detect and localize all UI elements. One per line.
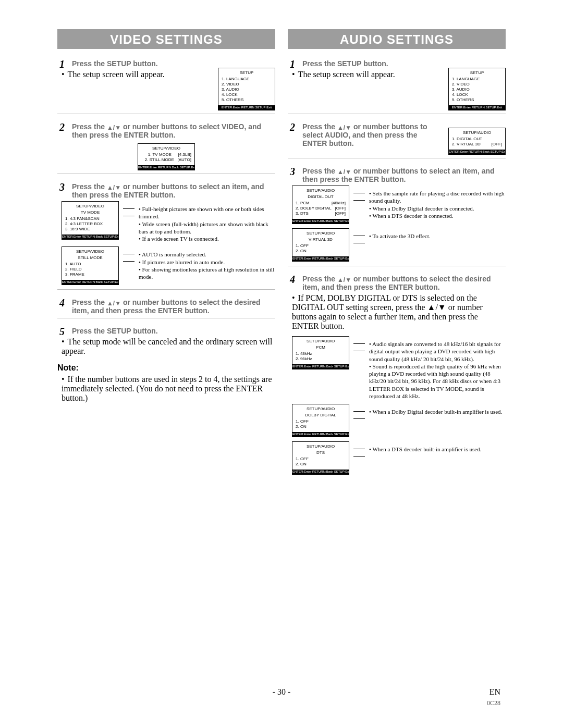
step-head: Press the ▲/▼ or number buttons to selec… — [302, 272, 506, 291]
step-number: 2 — [290, 121, 300, 133]
pcm-diagram: SETUP/AUDIO PCM 1. 48kHz 2. 96kHz ENTER:… — [292, 336, 506, 400]
page-language: EN — [489, 687, 500, 697]
up-down-arrow-icon: ▲/▼ — [337, 124, 351, 131]
step-head: Press the ▲/▼ or number buttons to selec… — [72, 119, 275, 139]
osd-tv-mode: SETUP/VIDEO TV MODE 1. 4:3 PAN&SCAN 2. 4… — [62, 201, 119, 240]
step-number: 4 — [290, 274, 300, 286]
step-number: 1 — [290, 58, 300, 70]
video-step-5: 5 Press the SETUP button. The setup mode… — [57, 324, 275, 356]
step-body: The setup screen will appear. — [292, 70, 443, 79]
dts-descriptions: When a DTS decoder built-in amplifier is… — [369, 441, 506, 453]
virtual-3d-diagram: SETUP/AUDIO VIRTUAL 3D 1. OFF 2. ON ENTE… — [292, 228, 506, 262]
step-number: 5 — [59, 326, 70, 338]
dts-diagram: SETUP/AUDIO DTS 1. OFF 2. ON ENTER:Enter… — [292, 441, 506, 475]
step-number: 1 — [59, 58, 70, 70]
page-number: - 30 - — [0, 687, 563, 697]
audio-settings-column: AUDIO SETTINGS 1 Press the SETUP button.… — [288, 29, 506, 480]
osd-setup: SETUP 1. LANGUAGE 2. VIDEO 3. AUDIO 4. L… — [218, 68, 275, 110]
osd-digital-out: SETUP/AUDIO DIGITAL OUT 1. PCM[48kHz] 2.… — [292, 186, 349, 224]
step-body: The setup screen will appear. — [62, 70, 213, 79]
up-down-arrow-icon: ▲/▼ — [107, 124, 121, 131]
step-head: Press the ▲/▼ or number buttons to selec… — [72, 295, 275, 315]
step-number: 3 — [290, 166, 300, 178]
audio-title: AUDIO SETTINGS — [288, 29, 506, 49]
dolby-diagram: SETUP/AUDIO DOLBY DIGITAL 1. OFF 2. ON E… — [292, 404, 506, 437]
step-number: 3 — [59, 181, 70, 193]
still-mode-descriptions: AUTO is normally selected. If pictures a… — [139, 246, 275, 280]
step-head: Press the ▲/▼ or number buttons to selec… — [72, 179, 275, 199]
video-step-3: 3 Press the ▲/▼ or number buttons to sel… — [57, 179, 275, 290]
osd-dts: SETUP/AUDIO DTS 1. OFF 2. ON ENTER:Enter… — [292, 441, 349, 475]
up-down-arrow-icon: ▲/▼ — [107, 300, 121, 307]
page-code: 0C28 — [487, 699, 500, 707]
digital-out-diagram: SETUP/AUDIO DIGITAL OUT 1. PCM[48kHz] 2.… — [292, 186, 506, 224]
video-settings-column: VIDEO SETTINGS 1 Press the SETUP button.… — [57, 29, 275, 480]
step-number: 4 — [59, 297, 70, 309]
audio-step-2: 2 Press the ▲/▼ or number buttons to sel… — [288, 119, 506, 158]
osd-dolby: SETUP/AUDIO DOLBY DIGITAL 1. OFF 2. ON E… — [292, 404, 349, 437]
up-down-arrow-icon: ▲/▼ — [337, 168, 351, 176]
tv-mode-diagram: SETUP/VIDEO TV MODE 1. 4:3 PAN&SCAN 2. 4… — [62, 201, 275, 242]
still-mode-diagram: SETUP/VIDEO STILL MODE 1. AUTO 2. FIELD … — [62, 246, 275, 285]
digital-out-descriptions: Sets the sample rate for playing a disc … — [369, 186, 506, 219]
step-head: Press the ▲/▼ or number buttons to selec… — [302, 164, 506, 183]
step-body: If PCM, DOLBY DIGITAL or DTS is selected… — [292, 293, 506, 331]
step-head: Press the SETUP button. — [72, 56, 275, 68]
note-body: If the number buttons are used in steps … — [62, 375, 275, 403]
osd-pcm: SETUP/AUDIO PCM 1. 48kHz 2. 96kHz ENTER:… — [292, 336, 349, 369]
tv-mode-descriptions: Full-height pictures are shown with one … — [139, 201, 275, 242]
step-number: 2 — [59, 121, 70, 133]
pcm-descriptions: Audio signals are converted to 48 kHz/16… — [369, 336, 506, 400]
note-heading: Note: — [57, 363, 275, 373]
manual-page: VIDEO SETTINGS 1 Press the SETUP button.… — [0, 0, 563, 728]
osd-setup-audio: SETUP/AUDIO 1. DIGITAL OUT 2. VIRTUAL 3D… — [448, 128, 506, 155]
video-step-2: 2 Press the ▲/▼ or number buttons to sel… — [57, 119, 275, 174]
audio-step-4: 4 Press the ▲/▼ or number buttons to sel… — [288, 272, 506, 475]
virtual-3d-descriptions: To activate the 3D effect. — [369, 228, 506, 240]
up-down-arrow-icon: ▲/▼ — [337, 276, 351, 283]
video-step-4: 4 Press the ▲/▼ or number buttons to sel… — [57, 295, 275, 318]
step-body: The setup mode will be canceled and the … — [62, 337, 275, 356]
audio-step-1: 1 Press the SETUP button. The setup scre… — [288, 56, 506, 114]
osd-setup-video: SETUP/VIDEO 1. TV MODE[4:3LB] 2. STILL M… — [138, 143, 195, 170]
video-step-1: 1 Press the SETUP button. The setup scre… — [57, 56, 275, 114]
audio-step-3: 3 Press the ▲/▼ or number buttons to sel… — [288, 164, 506, 266]
step-head: Press the SETUP button. — [72, 324, 275, 335]
osd-still-mode: SETUP/VIDEO STILL MODE 1. AUTO 2. FIELD … — [62, 246, 119, 285]
osd-virtual-3d: SETUP/AUDIO VIRTUAL 3D 1. OFF 2. ON ENTE… — [292, 228, 349, 262]
dolby-descriptions: When a Dolby Digital decoder built-in am… — [369, 404, 506, 415]
step-head: Press the SETUP button. — [302, 56, 506, 68]
osd-setup: SETUP 1. LANGUAGE 2. VIDEO 3. AUDIO 4. L… — [448, 68, 506, 110]
video-title: VIDEO SETTINGS — [57, 29, 275, 49]
up-down-arrow-icon: ▲/▼ — [107, 184, 121, 191]
